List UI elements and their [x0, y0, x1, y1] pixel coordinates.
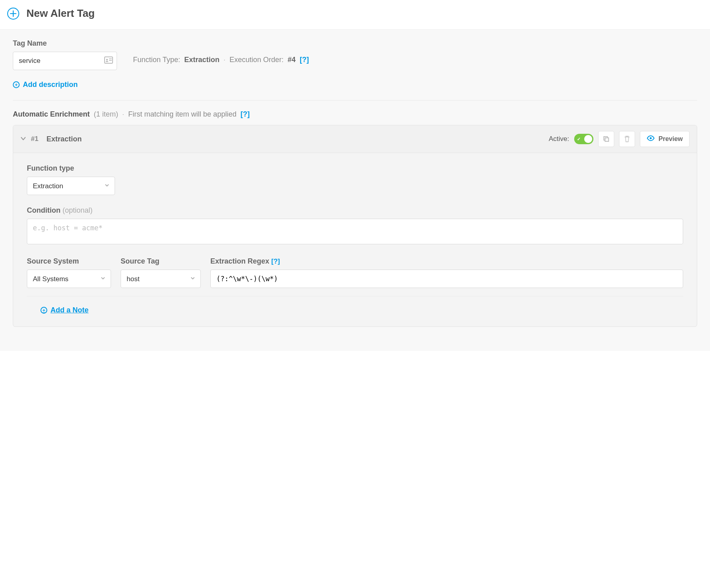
preview-label: Preview	[659, 135, 683, 143]
separator-dot: ·	[122, 110, 124, 119]
extraction-regex-input[interactable]	[210, 270, 683, 288]
active-label: Active:	[549, 135, 569, 143]
add-description-label: Add description	[23, 81, 78, 89]
preview-button[interactable]: Preview	[640, 131, 690, 147]
new-tag-plus-icon	[7, 8, 19, 20]
source-system-select[interactable]: All Systems	[27, 270, 111, 288]
panel-index: #1	[31, 135, 38, 143]
enrichment-title: Automatic Enrichment	[13, 110, 90, 119]
tag-name-input[interactable]	[13, 52, 117, 70]
add-note-button[interactable]: + Add a Note	[40, 306, 89, 314]
plus-icon: +	[40, 307, 47, 314]
add-description-button[interactable]: + Add description	[13, 81, 78, 89]
function-type-meta-value: Extraction	[184, 56, 220, 64]
check-icon: ✓	[577, 137, 581, 142]
svg-rect-5	[605, 138, 609, 141]
id-card-icon	[104, 56, 113, 65]
enrichment-desc: First matching item will be applied	[128, 110, 236, 119]
add-note-label: Add a Note	[50, 306, 89, 314]
plus-icon: +	[13, 81, 20, 88]
delete-button[interactable]	[619, 131, 635, 147]
enrichment-count: (1 item)	[94, 110, 118, 119]
tag-name-label: Tag Name	[13, 39, 117, 48]
extraction-regex-label: Extraction Regex [?]	[210, 257, 683, 266]
function-type-meta-label: Function Type:	[133, 56, 180, 64]
svg-point-1	[106, 59, 108, 60]
source-tag-select[interactable]: host	[121, 270, 201, 288]
chevron-down-icon[interactable]	[20, 136, 26, 143]
svg-point-6	[649, 137, 652, 139]
svg-rect-3	[109, 60, 112, 61]
svg-rect-2	[109, 58, 112, 59]
active-toggle[interactable]: ✓	[574, 134, 593, 144]
function-type-select[interactable]: Extraction	[27, 177, 115, 195]
execution-order-help-icon[interactable]: [?]	[300, 56, 309, 64]
condition-label: Condition (optional)	[27, 206, 683, 215]
enrichment-help-icon[interactable]: [?]	[240, 110, 250, 119]
separator-dot: ·	[224, 56, 226, 64]
enrichment-panel: #1 Extraction Active: ✓ Preview	[13, 125, 697, 327]
execution-order-meta-value: #4	[288, 56, 296, 64]
regex-help-icon[interactable]: [?]	[271, 258, 280, 265]
execution-order-meta-label: Execution Order:	[230, 56, 284, 64]
function-type-label: Function type	[27, 164, 683, 173]
source-system-label: Source System	[27, 257, 111, 266]
panel-name: Extraction	[46, 135, 82, 143]
condition-input[interactable]	[27, 219, 683, 244]
eye-icon	[647, 135, 655, 143]
duplicate-button[interactable]	[598, 131, 614, 147]
source-tag-label: Source Tag	[121, 257, 201, 266]
page-title: New Alert Tag	[26, 7, 95, 20]
